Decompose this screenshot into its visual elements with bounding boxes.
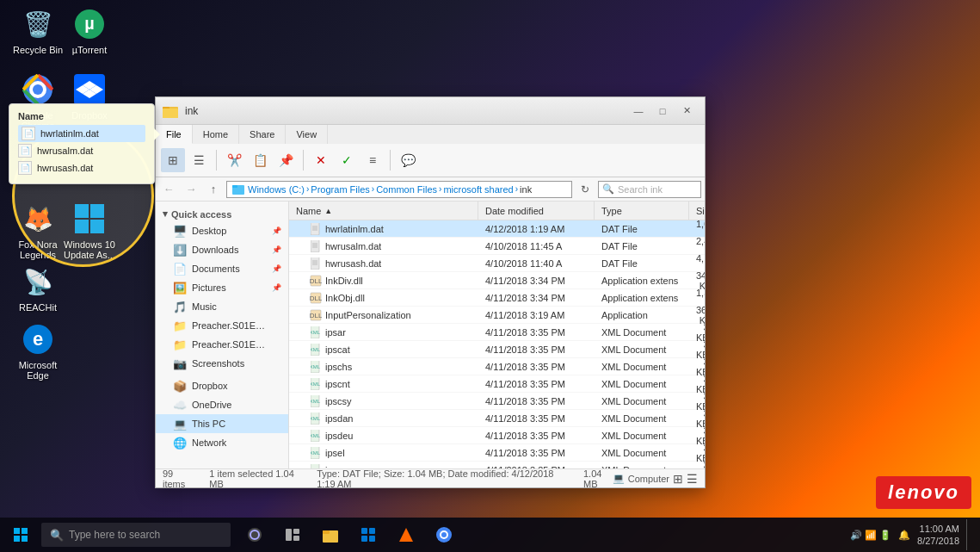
edge-label: Microsoft Edge (7, 360, 69, 381)
back-button[interactable]: ← (159, 180, 178, 199)
desktop-icon-utorrent[interactable]: µ µTorrent (55, 3, 124, 59)
table-row[interactable]: hwrlatinlm.dat 4/12/2018 1:19 AM DAT Fil… (289, 220, 705, 238)
address-path[interactable]: Windows (C:) › Program Files › Common Fi… (226, 181, 572, 198)
callout-item-1: 📄 hwrusalm.dat (18, 142, 145, 159)
status-bar: 99 items 1 item selected 1.04 MB Type: D… (156, 468, 705, 487)
view-mode-list[interactable]: ☰ (687, 472, 698, 486)
ribbon-btn-help[interactable]: 💬 (396, 148, 420, 172)
ribbon-tab-home[interactable]: Home (193, 125, 239, 144)
sidebar-item-preacher1[interactable]: 📁 Preacher.S01E02.HD... (156, 316, 288, 335)
ribbon-btn-properties[interactable]: ≡ (361, 148, 385, 172)
file-row-name: hwrusash.dat (289, 257, 478, 270)
path-program-files[interactable]: Program Files (311, 184, 369, 195)
callout-item-name-1: hwrusalm.dat (37, 146, 93, 156)
col-header-date[interactable]: Date modified (478, 202, 595, 220)
desktop-icon-edge[interactable]: e Microsoft Edge (3, 319, 72, 384)
ribbon-tab-view[interactable]: View (286, 125, 328, 144)
table-row[interactable]: XML ipscnt 4/11/2018 3:35 PM XML Documen… (289, 375, 705, 393)
ribbon-btn-grid[interactable]: ⊞ (161, 148, 185, 172)
file-row-name: DLL InkObj.dll (289, 292, 478, 304)
col-header-type[interactable]: Type (595, 202, 689, 220)
view-mode-details[interactable]: ⊞ (673, 472, 683, 486)
start-button[interactable] (0, 518, 41, 552)
up-button[interactable]: ↑ (204, 180, 223, 199)
sidebar-item-screenshots[interactable]: 📷 Screenshots (156, 354, 288, 373)
svg-text:XML: XML (311, 399, 321, 404)
taskbar-show-desktop[interactable] (966, 519, 971, 550)
ribbon-btn-cut[interactable]: ✂️ (222, 148, 246, 172)
col-header-name[interactable]: Name ▲ (289, 202, 478, 220)
table-row[interactable]: XML ipscat 4/11/2018 3:35 PM XML Documen… (289, 341, 705, 358)
sidebar-item-documents[interactable]: 📄 Documents 📌 (156, 259, 288, 278)
svg-rect-25 (311, 240, 319, 252)
address-bar: ← → ↑ Windows (C:) › Program Files › Com… (156, 177, 705, 202)
table-row[interactable]: XML ipsel 4/11/2018 3:35 PM XML Document… (289, 444, 705, 462)
taskbar-datetime: 11:00 AM 8/27/2018 (917, 523, 959, 548)
path-windows[interactable]: Windows (C:) (248, 184, 305, 195)
taskbar-search[interactable]: 🔍 Type here to search (41, 523, 231, 547)
file-row-date: 4/11/2018 3:35 PM (478, 379, 595, 389)
ribbon-btn-copy[interactable]: 📋 (248, 148, 272, 172)
sidebar-item-dropbox[interactable]: 📦 Dropbox (156, 376, 288, 395)
taskbar-avast[interactable] (389, 518, 423, 552)
table-row[interactable]: hwrusash.dat 4/10/2018 11:40 A DAT File … (289, 255, 705, 272)
file-row-type: Application extens (595, 276, 689, 286)
table-row[interactable]: DLL InkDiv.dll 4/11/2018 3:34 PM Applica… (289, 272, 705, 289)
table-row[interactable]: XML ipsdeu 4/11/2018 3:35 PM XML Documen… (289, 427, 705, 444)
refresh-button[interactable]: ↻ (576, 180, 595, 199)
ribbon-sep-2 (303, 150, 304, 171)
search-box[interactable]: 🔍 Search ink (598, 181, 701, 198)
forward-button[interactable]: → (182, 180, 200, 199)
ribbon-btn-paste[interactable]: 📌 (274, 148, 298, 172)
main-area: ▾ Quick access 🖥️ Desktop 📌 ⬇️ Downloads… (156, 202, 705, 468)
file-type-icon: XML (310, 326, 322, 338)
table-row[interactable]: XML ipscsy 4/11/2018 3:35 PM XML Documen… (289, 393, 705, 410)
fox-nora-icon: 🦊 (21, 202, 55, 236)
sidebar-item-preacher2[interactable]: 📁 Preacher.S01E03.HD... (156, 335, 288, 354)
col-header-size[interactable]: Size (689, 202, 705, 220)
svg-rect-75 (286, 529, 292, 541)
taskbar-task-view[interactable] (275, 518, 310, 552)
reachit-label: REACHit (19, 302, 57, 313)
sidebar-item-desktop[interactable]: 🖥️ Desktop 📌 (156, 221, 288, 240)
sidebar-item-downloads[interactable]: ⬇️ Downloads 📌 (156, 240, 288, 259)
quick-access-header[interactable]: ▾ Quick access (156, 205, 288, 221)
sidebar-item-onedrive[interactable]: ☁️ OneDrive (156, 395, 288, 414)
table-row[interactable]: hwrusalm.dat 4/10/2018 11:45 A DAT File … (289, 238, 705, 255)
status-selected: 1 item selected 1.04 MB (209, 468, 303, 489)
file-row-date: 4/11/2018 3:34 PM (478, 276, 595, 286)
table-row[interactable]: XML ipsdan 4/11/2018 3:35 PM XML Documen… (289, 410, 705, 427)
close-button[interactable]: ✕ (675, 102, 698, 120)
sidebar-item-music[interactable]: 🎵 Music (156, 297, 288, 316)
sidebar-item-pictures[interactable]: 🖼️ Pictures 📌 (156, 278, 288, 297)
file-row-date: 4/11/2018 3:35 PM (478, 327, 595, 338)
svg-text:XML: XML (311, 450, 321, 456)
path-common-files[interactable]: Common Files (376, 184, 437, 195)
svg-rect-77 (293, 536, 299, 541)
desktop-icon-windows10[interactable]: Windows 10 Update As... (55, 198, 124, 264)
svg-rect-82 (361, 536, 367, 542)
file-type-icon (310, 257, 322, 270)
table-row[interactable]: XML ipsar 4/11/2018 3:35 PM XML Document… (289, 324, 705, 341)
table-row[interactable]: DLL InputPersonalization 4/11/2018 3:19 … (289, 307, 705, 324)
table-row[interactable]: DLL InkObj.dll 4/11/2018 3:34 PM Applica… (289, 289, 705, 307)
callout-item-file-icon-2: 📄 (18, 161, 32, 175)
ribbon-btn-rename[interactable]: ✓ (335, 148, 359, 172)
file-row-name: XML ipsdeu (289, 430, 478, 442)
svg-rect-83 (369, 536, 375, 542)
maximize-button[interactable]: □ (651, 102, 674, 120)
taskbar-chrome-taskbar[interactable] (427, 518, 461, 552)
ribbon-btn-delete[interactable]: ✕ (309, 148, 333, 172)
path-microsoft-shared[interactable]: microsoft shared (443, 184, 513, 195)
table-row[interactable]: XML ipschs 4/11/2018 3:35 PM XML Documen… (289, 358, 705, 375)
taskbar-explorer[interactable] (313, 518, 348, 552)
taskbar-store[interactable] (351, 518, 385, 552)
ribbon-tab-share[interactable]: Share (239, 125, 286, 144)
ribbon-btn-details[interactable]: ☰ (187, 148, 211, 172)
file-row-type: XML Document (595, 396, 689, 406)
minimize-button[interactable]: — (627, 102, 650, 120)
taskbar-cortana[interactable] (237, 518, 272, 552)
sidebar-item-this-pc[interactable]: 💻 This PC (156, 414, 288, 433)
sidebar-item-network[interactable]: 🌐 Network (156, 433, 288, 452)
desktop-icon-reachit[interactable]: 📡 REACHit (3, 261, 72, 316)
